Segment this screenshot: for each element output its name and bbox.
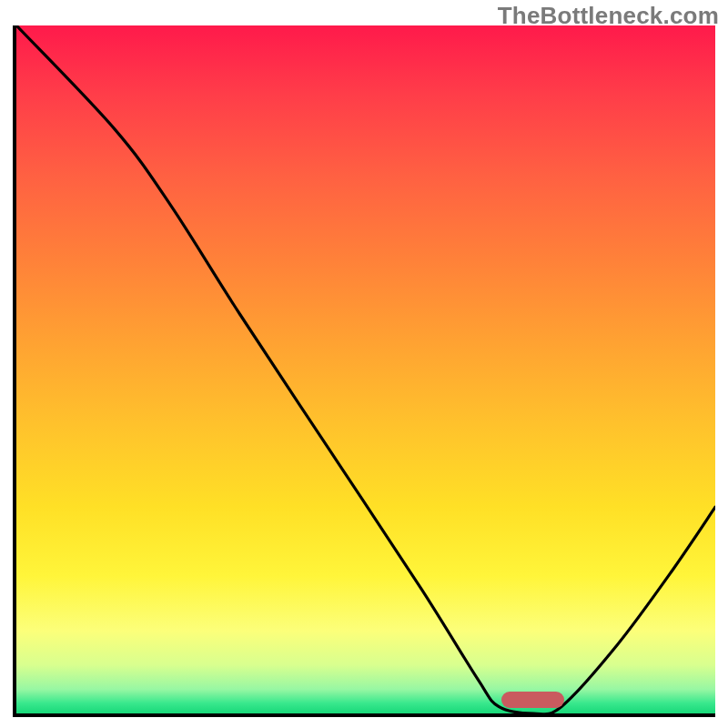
optimal-marker — [501, 692, 564, 708]
bottleneck-curve — [16, 25, 715, 713]
plot-area — [13, 25, 715, 717]
chart-container: TheBottleneck.com — [0, 0, 728, 728]
